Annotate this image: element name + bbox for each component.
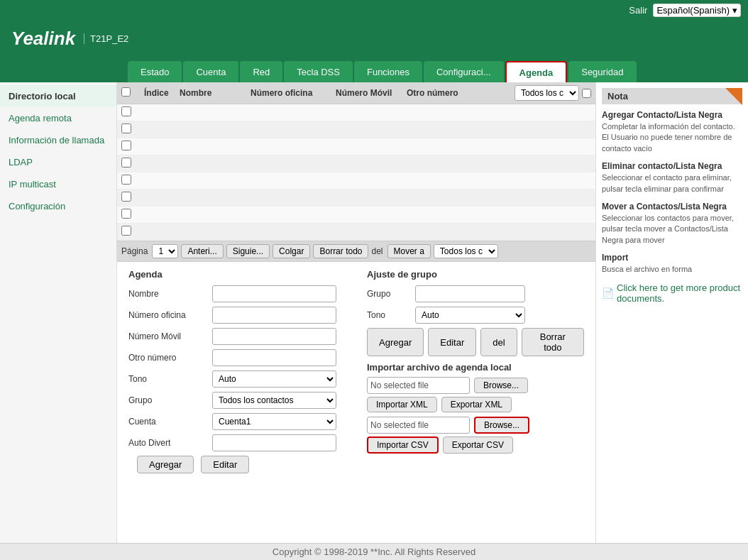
nav-tab-funciones[interactable]: Funciones	[354, 61, 422, 82]
borrar-todo-button[interactable]: Borrar todo	[313, 244, 368, 258]
numero-oficina-input[interactable]	[212, 307, 336, 324]
csv-file-input[interactable]	[367, 417, 470, 434]
form-buttons: Agregar Editar	[128, 456, 346, 473]
page-select[interactable]: 1 2 3	[152, 244, 178, 258]
nota-section: Mover a Contactos/Lista Negra Selecciona…	[602, 202, 742, 246]
group-agregar-button[interactable]: Agregar	[367, 328, 424, 356]
nombre-input[interactable]	[212, 285, 336, 302]
xml-browse-button[interactable]: Browse...	[474, 378, 528, 393]
nota-section-text: Completar la información del contacto. E…	[602, 121, 742, 154]
agregar-button[interactable]: Agregar	[137, 456, 194, 473]
nav-tab-red[interactable]: Red	[240, 61, 282, 82]
group-tono-row: Tono Auto	[367, 307, 584, 324]
header: Yealink T21P_E2	[0, 20, 748, 57]
exportar-xml-button[interactable]: Exportar XML	[441, 397, 512, 412]
top-bar: Salir Español(Spanish) ▾	[0, 0, 748, 20]
group-grupo-input[interactable]	[415, 285, 525, 302]
table-row	[117, 207, 595, 224]
group-grupo-row: Grupo	[367, 285, 584, 302]
sidebar: Directorio localAgenda remotaInformación…	[0, 82, 117, 543]
th-index: Índice	[138, 87, 174, 99]
importar-xml-button[interactable]: Importar XML	[367, 397, 437, 412]
group-action-buttons: Agregar Editar del Borrar todo	[367, 328, 584, 356]
language-label: Español(Spanish)	[656, 5, 730, 16]
sidebar-item-agenda-remota[interactable]: Agenda remota	[0, 107, 116, 129]
nota-sections: Agregar Contacto/Lista Negra Completar l…	[602, 110, 742, 275]
cuenta-select[interactable]: Cuenta1	[212, 413, 336, 430]
th-mobile: Número Móvil	[330, 87, 401, 99]
group-grupo-label: Grupo	[367, 289, 409, 299]
xml-import-file-row: Browse...	[367, 377, 584, 394]
auto-divert-input[interactable]	[212, 434, 336, 451]
editar-button[interactable]: Editar	[201, 456, 249, 473]
mover-filter-select[interactable]: Todos los c	[434, 244, 498, 258]
numero-oficina-label: Número oficina	[128, 310, 207, 320]
table-filter-select[interactable]: Todos los c Grupo 1	[515, 85, 579, 101]
row-checkbox-3[interactable]	[121, 158, 131, 168]
nombre-row: Nombre	[128, 285, 346, 302]
numero-movil-label: Número Móvil	[128, 331, 207, 341]
group-tono-label: Tono	[367, 310, 409, 320]
content-area: Índice Nombre Número oficina Número Móvi…	[117, 82, 595, 543]
numero-movil-input[interactable]	[212, 328, 336, 345]
row-checkbox-7[interactable]	[121, 226, 131, 236]
nota-section-text: Seleccionar los contactos para mover, pu…	[602, 213, 742, 246]
nav-tab-agenda[interactable]: Agenda	[505, 61, 568, 82]
doc-link-text: Click here to get more product documents…	[617, 282, 742, 304]
numero-movil-row: Número Móvil	[128, 328, 346, 345]
auto-divert-row: Auto Divert	[128, 434, 346, 451]
sidebar-item-ip-multicast[interactable]: IP multicast	[0, 173, 116, 195]
sidebar-item-configuracion-sidebar[interactable]: Configuración	[0, 195, 116, 217]
nota-section-title: Eliminar contacto/Lista Negra	[602, 161, 742, 171]
row-checkbox-6[interactable]	[121, 209, 131, 219]
row-checkbox-0[interactable]	[121, 106, 131, 116]
sidebar-item-directorio-local[interactable]: Directorio local	[0, 85, 116, 107]
main-layout: Directorio localAgenda remotaInformación…	[0, 82, 748, 543]
nota-section-title: Import	[602, 253, 742, 263]
row-checkbox-5[interactable]	[121, 192, 131, 202]
table-row	[117, 172, 595, 190]
nota-section-title: Mover a Contactos/Lista Negra	[602, 202, 742, 212]
group-tono-select[interactable]: Auto	[415, 307, 525, 324]
nav-tab-estado[interactable]: Estado	[128, 61, 182, 82]
table-row	[117, 121, 595, 138]
grupo-select[interactable]: Todos los contactos	[212, 392, 336, 409]
group-borrar-todo-button[interactable]: Borrar todo	[522, 328, 584, 356]
row-checkbox-1[interactable]	[121, 123, 131, 133]
exportar-csv-button[interactable]: Exportar CSV	[443, 437, 513, 454]
nav-tabs: EstadoCuentaRedTecla DSSFuncionesConfigu…	[0, 57, 748, 82]
sidebar-item-ldap[interactable]: LDAP	[0, 151, 116, 173]
doc-link[interactable]: 📄 Click here to get more product documen…	[602, 282, 742, 304]
xml-action-row: Importar XML Exportar XML	[367, 397, 584, 412]
nota-panel: Nota Agregar Contacto/Lista Negra Comple…	[595, 82, 748, 543]
language-selector[interactable]: Español(Spanish) ▾	[653, 4, 741, 17]
salir-link[interactable]: Salir	[629, 5, 647, 16]
nav-tab-configuracion[interactable]: Configuraci...	[424, 61, 504, 82]
csv-browse-button[interactable]: Browse...	[474, 417, 529, 434]
nav-tab-cuenta[interactable]: Cuenta	[183, 61, 238, 82]
nav-tab-seguridad[interactable]: Seguridad	[568, 61, 636, 82]
agenda-form-title: Agenda	[128, 269, 346, 280]
tono-select[interactable]: Auto	[212, 370, 336, 388]
mover-a-button[interactable]: Mover a	[387, 244, 431, 258]
row-checkbox-2[interactable]	[121, 141, 131, 150]
importar-csv-button[interactable]: Importar CSV	[367, 437, 439, 454]
select-all-checkbox[interactable]	[121, 87, 131, 97]
xml-file-input[interactable]	[367, 377, 470, 394]
sidebar-item-informacion-llamada[interactable]: Información de llamada	[0, 129, 116, 151]
anterior-button[interactable]: Anteri...	[181, 244, 223, 258]
nav-tab-tecla-dss[interactable]: Tecla DSS	[284, 61, 353, 82]
siguiente-button[interactable]: Siguie...	[226, 244, 270, 258]
th-filter-checkbox[interactable]	[582, 89, 591, 98]
row-checkbox-4[interactable]	[121, 175, 131, 185]
otro-numero-label: Otro número	[128, 353, 207, 363]
colgar-button[interactable]: Colgar	[273, 244, 310, 258]
otro-numero-input[interactable]	[212, 349, 336, 366]
table-header: Índice Nombre Número oficina Número Móvi…	[117, 82, 595, 104]
table-rows	[117, 104, 595, 241]
group-editar-button[interactable]: Editar	[428, 328, 476, 356]
page-label: Página	[121, 246, 148, 256]
nota-section: Agregar Contacto/Lista Negra Completar l…	[602, 110, 742, 154]
th-office: Número oficina	[245, 87, 330, 99]
group-del-button[interactable]: del	[480, 328, 517, 356]
